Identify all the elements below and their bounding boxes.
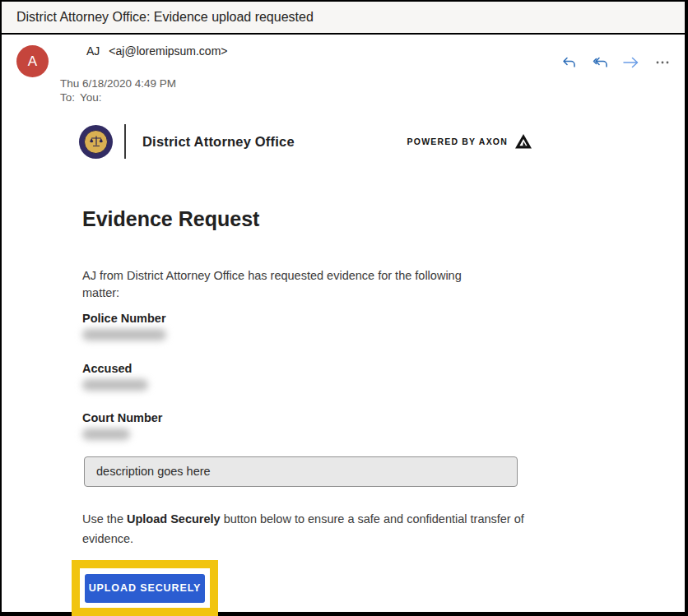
field-label: Accused (82, 362, 148, 375)
avatar[interactable]: A (16, 45, 49, 77)
field-police-number: Police Number (82, 312, 166, 340)
redacted-value (82, 428, 130, 440)
avatar-initial: A (28, 53, 37, 70)
reply-all-icon (591, 55, 609, 72)
field-court-number: Court Number (82, 411, 162, 440)
email-body: District Attorney Office POWERED BY AXON… (82, 35, 520, 612)
message-action-bar (558, 53, 673, 74)
more-options-button[interactable] (652, 53, 673, 74)
redacted-value (82, 379, 148, 391)
instruction-bold: Upload Securely (127, 512, 221, 526)
redacted-value (82, 329, 166, 340)
ellipsis-icon (654, 55, 671, 72)
email-title: Evidence Request (82, 207, 259, 231)
screenshot-frame: District Attorney Office: Evidence uploa… (0, 0, 688, 616)
email-subject-bar: District Attorney Office: Evidence uploa… (2, 2, 685, 33)
axon-delta-icon (515, 134, 532, 149)
reply-icon (560, 55, 577, 72)
forward-icon (622, 55, 640, 72)
instruction-paragraph: Use the Upload Securely button below to … (82, 509, 527, 549)
brand-divider (124, 124, 126, 159)
to-label: To: (60, 91, 75, 104)
powered-by-axon-label: POWERED BY AXON (407, 137, 508, 146)
forward-button[interactable] (621, 53, 642, 74)
brand-header: District Attorney Office POWERED BY AXON (79, 123, 532, 160)
email-reading-pane: A AJ<aj@loremipsum.com> Thu 6/18/2020 4:… (2, 35, 685, 612)
intro-paragraph: AJ from District Attorney Office has req… (82, 267, 477, 302)
org-name: District Attorney Office (142, 134, 295, 150)
reply-all-button[interactable] (589, 53, 611, 74)
field-label: Police Number (82, 312, 166, 325)
instruction-prefix: Use the (82, 512, 127, 526)
highlight-annotation: UPLOAD SECURELY (72, 560, 218, 616)
field-accused: Accused (82, 362, 148, 391)
description-box: description goes here (84, 456, 518, 487)
email-subject: District Attorney Office: Evidence uploa… (16, 10, 314, 25)
field-label: Court Number (82, 411, 162, 424)
district-attorney-seal-icon (79, 125, 113, 159)
upload-securely-button[interactable]: UPLOAD SECURELY (85, 574, 205, 603)
reply-button[interactable] (558, 53, 579, 74)
